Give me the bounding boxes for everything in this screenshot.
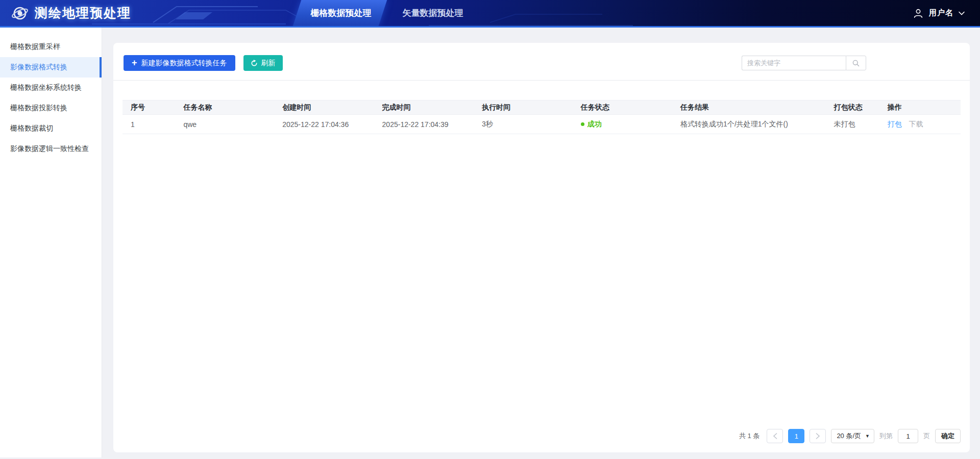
user-icon [913,8,924,19]
cell-task-name: qwe [175,115,274,134]
col-finished-time: 完成时间 [374,100,474,115]
refresh-label: 刷新 [261,59,276,68]
col-index: 序号 [122,100,175,115]
table-row: 1 qwe 2025-12-22 17:04:36 2025-12-22 17:… [122,115,961,134]
search-group [742,56,866,70]
content-card: + 新建影像数据格式转换任务 刷新 [113,43,970,452]
sidebar: 栅格数据重采样 影像数据格式转换 栅格数据坐标系统转换 栅格数据投影转换 栅格数… [0,28,102,457]
table-header-row: 序号 任务名称 创建时间 完成时间 执行时间 任务状态 任务结果 打包状态 操作 [122,100,961,115]
plus-icon: + [132,58,137,67]
status-dot-icon [581,122,584,126]
col-actions: 操作 [879,100,961,115]
new-task-button[interactable]: + 新建影像数据格式转换任务 [124,55,235,71]
page-size-select[interactable]: 20 条/页 ▼ [831,429,874,443]
col-task-result: 任务结果 [672,100,825,115]
refresh-icon [251,60,258,67]
status-text: 成功 [587,120,602,129]
sidebar-item-raster-resample[interactable]: 栅格数据重采样 [0,37,102,57]
toolbar: + 新建影像数据格式转换任务 刷新 [113,43,970,80]
col-task-status: 任务状态 [573,100,672,115]
next-page-button[interactable] [810,429,826,443]
sidebar-item-image-format-convert[interactable]: 影像数据格式转换 [0,57,102,78]
content-area: + 新建影像数据格式转换任务 刷新 [102,28,980,457]
goto-prefix-label: 到第 [879,431,893,441]
cell-task-status: 成功 [573,115,672,134]
col-pack-status: 打包状态 [826,100,879,115]
cell-pack-status: 未打包 [826,115,879,134]
cell-actions: 打包 下载 [879,115,961,134]
user-name: 用户名 [929,8,953,18]
sidebar-item-image-logic-check[interactable]: 影像数据逻辑一致性检查 [0,139,102,159]
cell-task-result: 格式转换成功1个/共处理1个文件() [672,115,825,134]
tab-vector-preprocess[interactable]: 矢量数据预处理 [402,0,464,26]
pack-action-link[interactable]: 打包 [888,120,902,128]
top-nav-tabs: 栅格数据预处理 矢量数据预处理 [0,0,980,26]
goto-page-input[interactable] [898,429,918,443]
page-number-button[interactable]: 1 [788,429,804,443]
app-header: 测绘地理预处理 栅格数据预处理 矢量数据预处理 用户名 [0,0,980,28]
chevron-right-icon [816,433,820,439]
pagination: 共 1 条 1 20 条/页 ▼ 到第 页 [113,429,970,452]
download-action-link[interactable]: 下载 [909,120,923,128]
tab-raster-preprocess[interactable]: 栅格数据预处理 [305,0,377,26]
chevron-left-icon [773,433,777,439]
pagination-total: 共 1 条 [739,431,760,441]
select-caret-icon: ▼ [865,434,870,439]
refresh-button[interactable]: 刷新 [243,55,283,71]
goto-suffix-label: 页 [923,431,930,441]
task-table-wrap: 序号 任务名称 创建时间 完成时间 执行时间 任务状态 任务结果 打包状态 操作 [113,100,970,134]
cell-exec-time: 3秒 [474,115,573,134]
cell-index: 1 [122,115,175,134]
main-layout: 栅格数据重采样 影像数据格式转换 栅格数据坐标系统转换 栅格数据投影转换 栅格数… [0,28,980,457]
status-badge: 成功 [581,120,672,129]
col-exec-time: 执行时间 [474,100,573,115]
col-task-name: 任务名称 [175,100,274,115]
user-menu[interactable]: 用户名 [913,0,965,26]
search-input[interactable] [742,56,846,70]
task-table: 序号 任务名称 创建时间 完成时间 执行时间 任务状态 任务结果 打包状态 操作 [122,100,961,134]
goto-confirm-button[interactable]: 确定 [935,429,961,443]
search-button[interactable] [846,56,866,70]
prev-page-button[interactable] [767,429,783,443]
sidebar-item-raster-clip[interactable]: 栅格数据裁切 [0,118,102,139]
sidebar-item-raster-projection-convert[interactable]: 栅格数据投影转换 [0,98,102,118]
toolbar-divider [113,80,970,81]
col-created-time: 创建时间 [274,100,374,115]
cell-created-time: 2025-12-22 17:04:36 [274,115,374,134]
new-task-label: 新建影像数据格式转换任务 [141,59,227,68]
cell-finished-time: 2025-12-22 17:04:39 [374,115,474,134]
sidebar-item-raster-coordsys-convert[interactable]: 栅格数据坐标系统转换 [0,78,102,98]
page-size-label: 20 条/页 [837,431,861,441]
search-icon [852,59,860,67]
chevron-down-icon [959,11,965,15]
